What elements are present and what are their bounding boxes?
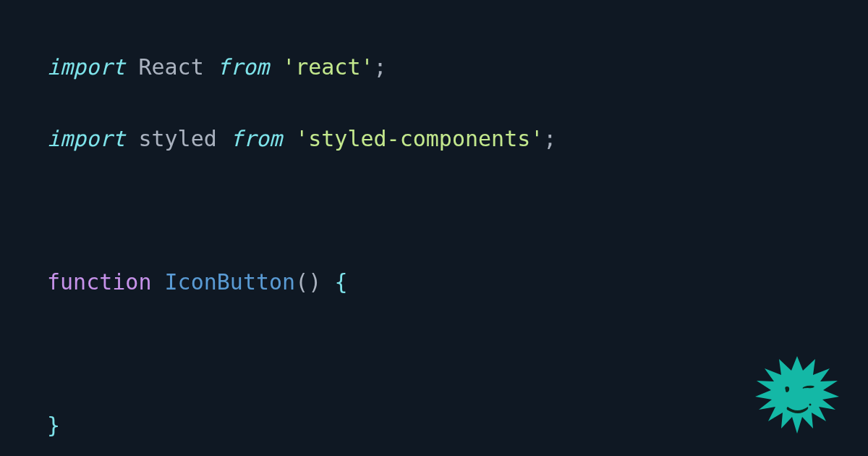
react-module-string: 'react': [282, 54, 373, 80]
code-line-6: }: [47, 408, 821, 444]
svg-point-0: [809, 404, 812, 406]
brace-open: {: [334, 269, 347, 295]
semicolon: ;: [543, 126, 556, 151]
import-keyword: import: [47, 126, 125, 151]
mascot-logo-icon: [746, 350, 848, 452]
code-line-5-empty: [47, 336, 821, 372]
code-block: import React from 'react'; import styled…: [0, 0, 868, 456]
code-line-1: import React from 'react';: [47, 49, 821, 85]
styled-identifier: styled: [138, 126, 216, 151]
semicolon: ;: [374, 54, 387, 80]
from-keyword: from: [217, 54, 269, 80]
from-keyword: from: [230, 126, 282, 151]
code-line-4: function IconButton() {: [47, 264, 821, 300]
parens: (): [295, 269, 321, 295]
styled-module-string: 'styled-components': [295, 126, 543, 151]
brace-close: }: [47, 413, 60, 438]
iconbutton-name: IconButton: [165, 269, 296, 295]
function-keyword: function: [47, 269, 152, 295]
code-line-3-empty: [47, 193, 821, 229]
import-keyword: import: [47, 54, 125, 80]
code-line-2: import styled from 'styled-components';: [47, 121, 821, 157]
react-identifier: React: [138, 54, 203, 80]
